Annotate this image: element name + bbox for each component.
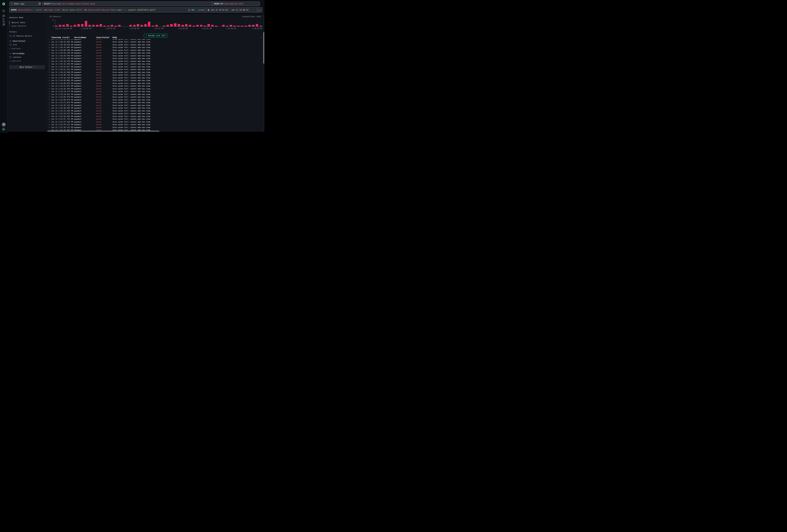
run-query-button[interactable]: ▷: [257, 7, 262, 13]
row-expand-icon[interactable]: [48, 58, 49, 59]
table-row[interactable]: Jun 11 1:52:35.232 PMpaymenterrorVisa ca…: [47, 104, 263, 107]
histogram-bar: [155, 25, 158, 26]
mode-event-patterns[interactable]: Event Patterns: [9, 24, 45, 28]
table-row[interactable]: Jun 11 1:52:25.630 PMpaymenterrorVisa ca…: [47, 109, 263, 112]
source-select[interactable]: Demo Logs: [9, 2, 41, 6]
row-expand-icon[interactable]: [48, 96, 49, 98]
row-expand-icon[interactable]: [48, 80, 49, 81]
row-expand-icon[interactable]: [48, 105, 49, 106]
log-histogram[interactable]: 8 0: [55, 20, 262, 27]
orderby-input[interactable]: ORDER BY TimestampTime DESC: [212, 2, 260, 6]
row-expand-icon[interactable]: [48, 41, 49, 42]
row-expand-icon[interactable]: [48, 121, 49, 123]
hyperdx-logo-icon[interactable]: [2, 2, 5, 6]
mode-results-table[interactable]: Results Table: [9, 21, 45, 24]
table-row[interactable]: Jun 11 1:51:43.121 PMpaymenterrorVisa ca…: [47, 123, 263, 126]
row-expand-icon[interactable]: [48, 55, 49, 56]
denoise-checkbox[interactable]: [9, 35, 12, 37]
table-row[interactable]: Jun 11 1:53:26.250 PMpaymenterrorVisa ca…: [47, 87, 263, 90]
table-row[interactable]: Jun 11 1:54:43.948 PMpaymenterrorVisa ca…: [47, 71, 263, 74]
table-row[interactable]: Jun 11 1:56:08.948 PMpaymenterrorVisa ca…: [47, 49, 263, 52]
table-row[interactable]: Jun 11 1:56:38.534 PMpaymenterrorVisa ca…: [47, 43, 263, 46]
row-expand-icon[interactable]: [48, 88, 49, 89]
table-row[interactable]: Jun 11 1:54:06.953 PMpaymenterrorVisa ca…: [47, 82, 263, 85]
row-expand-icon[interactable]: [48, 124, 49, 125]
table-row[interactable]: Jun 11 1:55:51.448 PMpaymenterrorVisa ca…: [47, 57, 263, 60]
table-row[interactable]: Jun 11 1:56:42.995 PMpaymenterrorVisa ca…: [47, 41, 263, 44]
table-row[interactable]: Jun 11 1:56:03.248 PMpaymenterrorVisa ca…: [47, 52, 263, 55]
table-row[interactable]: Jun 11 1:56:32.843 PMpaymenterrorVisa ca…: [47, 46, 263, 49]
load-more-servicename[interactable]: Load more: [9, 60, 45, 62]
cell-sev: error: [96, 71, 102, 73]
column-resize-handle[interactable]: ⋮: [72, 36, 74, 38]
row-expand-icon[interactable]: [48, 61, 49, 62]
table-row[interactable]: Jun 11 1:55:16.296 PMpaymenterrorVisa ca…: [47, 63, 263, 66]
row-expand-icon[interactable]: [48, 107, 49, 109]
row-expand-icon[interactable]: [48, 63, 49, 65]
table-row[interactable]: Jun 11 1:52:02.581 PMpaymenterrorVisa ca…: [47, 115, 263, 118]
row-expand-icon[interactable]: [48, 44, 49, 45]
cell-svc: payment: [74, 49, 81, 51]
sidebar-panel-icon[interactable]: [2, 9, 5, 13]
column-resize-handle[interactable]: ⋮: [94, 36, 96, 38]
row-expand-icon[interactable]: [48, 74, 49, 76]
row-expand-icon[interactable]: [48, 127, 49, 128]
facet-option-checkbox[interactable]: [9, 44, 12, 46]
row-expand-icon[interactable]: [48, 49, 49, 51]
help-button[interactable]: ?: [2, 123, 6, 127]
row-expand-icon[interactable]: [48, 110, 49, 111]
table-row[interactable]: Jun 11 1:55:39.324 PMpaymenterrorVisa ca…: [47, 60, 263, 63]
row-expand-icon[interactable]: [48, 47, 49, 48]
table-row[interactable]: Jun 11 1:53:41.873 PMpaymenterrorVisa ca…: [47, 85, 263, 88]
lucene-mode-option[interactable]: Lucene: [198, 9, 205, 11]
table-row[interactable]: Jun 11 1:53:00.676 PMpaymenterrorVisa ca…: [47, 99, 263, 101]
col-severitytext: SeverityText: [96, 36, 109, 39]
row-expand-icon[interactable]: [48, 94, 49, 95]
row-expand-icon[interactable]: [48, 119, 49, 120]
table-row[interactable]: Jun 11 1:54:09.906 PMpaymenterrorVisa ca…: [47, 79, 263, 82]
table-row[interactable]: Jun 11 1:53:05.578 PMpaymenterrorVisa ca…: [47, 96, 263, 99]
table-row[interactable]: Jun 11 1:53:24.274 PMpaymenterrorVisa ca…: [47, 90, 263, 93]
time-range-picker[interactable]: Jun 11 13:41:52 - Jun 11 13:56:52: [206, 7, 258, 13]
horizontal-scrollbar-thumb[interactable]: [47, 131, 159, 132]
table-row[interactable]: Jun 11 1:52:30.469 PMpaymenterrorVisa ca…: [47, 107, 263, 110]
table-row[interactable]: Jun 11 1:55:07.827 PMpaymenterrorVisa ca…: [47, 65, 263, 68]
row-expand-icon[interactable]: [48, 99, 49, 101]
table-options-icon[interactable]: ⋮: [260, 36, 262, 39]
dashboard-icon[interactable]: [2, 23, 5, 26]
row-expand-icon[interactable]: [48, 69, 49, 70]
row-expand-icon[interactable]: [48, 102, 49, 103]
table-row[interactable]: Jun 11 1:54:52.241 PMpaymenterrorVisa ca…: [47, 68, 263, 71]
table-row[interactable]: Jun 11 1:54:26.230 PMpaymenterrorVisa ca…: [47, 77, 263, 79]
more-filters-button[interactable]: More filters: [9, 65, 45, 69]
row-expand-icon[interactable]: [48, 77, 49, 78]
table-row[interactable]: Jun 11 1:51:47.229 PMpaymenterrorVisa ca…: [47, 121, 263, 123]
avatar[interactable]: U: [2, 127, 5, 131]
table-row[interactable]: Jun 11 1:51:39.115 PMpaymenterrorVisa ca…: [47, 126, 263, 129]
load-more-severitytext[interactable]: Load more: [9, 47, 45, 49]
row-expand-icon[interactable]: [48, 66, 49, 67]
facet-option-checkbox[interactable]: [9, 56, 12, 58]
table-row[interactable]: Jun 11 1:52:19.473 PMpaymenterrorVisa ca…: [47, 112, 263, 115]
table-row[interactable]: Jun 11 1:51:57.712 PMpaymenterrorVisa ca…: [47, 118, 263, 121]
query-language-toggle[interactable]: / SQL | Lucene: [188, 9, 206, 11]
vertical-scrollbar-thumb[interactable]: [263, 32, 264, 64]
column-resize-handle[interactable]: ⋮: [110, 36, 112, 38]
row-expand-icon[interactable]: [48, 116, 49, 117]
row-expand-icon[interactable]: [48, 52, 49, 54]
row-expand-icon[interactable]: [48, 85, 49, 87]
sql-mode-option[interactable]: SQL: [191, 9, 195, 11]
table-row[interactable]: Jun 11 1:55:59.760 PMpaymenterrorVisa ca…: [47, 55, 263, 57]
row-expand-icon[interactable]: [48, 91, 49, 92]
where-query-input[interactable]: WHERE SeverityText = 'error' AND Body IL…: [9, 7, 206, 13]
row-expand-icon[interactable]: [48, 83, 49, 84]
table-row[interactable]: Jun 11 1:53:10.922 PMpaymenterrorVisa ca…: [47, 93, 263, 96]
select-query-input[interactable]: SELECT Timestamp, ServiceName, SeverityT…: [42, 2, 214, 6]
row-expand-icon[interactable]: [48, 71, 49, 73]
histogram-bar: [144, 24, 147, 26]
table-row[interactable]: Jun 11 1:52:51.824 PMpaymenterrorVisa ca…: [47, 101, 263, 104]
row-expand-icon[interactable]: [48, 113, 49, 114]
resume-live-tail-button[interactable]: Resume Live Tail: [144, 34, 168, 38]
gear-icon[interactable]: ⚙: [39, 2, 41, 5]
table-row[interactable]: Jun 11 1:54:40.218 PMpaymenterrorVisa ca…: [47, 74, 263, 77]
